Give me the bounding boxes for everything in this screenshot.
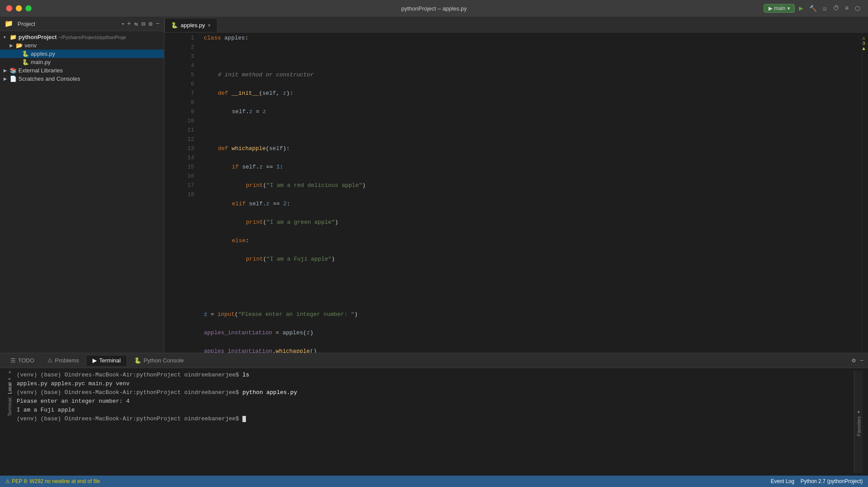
bottom-tabs: ☰ TODO ⚠ Problems ▶ Terminal 🐍 Python Co…: [0, 353, 868, 368]
status-bar: ⚠ PEP 8: W292 no newline at end of file …: [0, 476, 868, 487]
project-folder-icon: 📁: [10, 34, 17, 40]
terminal-icon: ▶: [92, 357, 97, 364]
chevron-right-icon: ▶: [4, 68, 9, 73]
external-libs-icon: 📚: [10, 67, 17, 74]
py-icon: 🐍: [22, 50, 29, 57]
sidebar-item-external-libraries[interactable]: ▶ 📚 External Libraries: [0, 66, 164, 75]
tab-todo[interactable]: ☰ TODO: [4, 355, 40, 365]
py-icon-main: 🐍: [22, 59, 29, 65]
more-button[interactable]: ≡: [843, 4, 850, 13]
settings-icon[interactable]: ⚙: [852, 357, 855, 364]
external-libs-label: External Libraries: [18, 67, 63, 74]
apples-py-label: apples.py: [31, 50, 55, 57]
profile-button[interactable]: ⏱: [831, 4, 841, 13]
coverage-button[interactable]: ☑: [821, 4, 828, 13]
chevron-down-icon: ▾: [4, 35, 9, 39]
chevron-right-icon: ▶: [4, 76, 9, 81]
sidebar-item-venv[interactable]: ▶ 📂 venv: [0, 41, 164, 50]
terminal-add-tab[interactable]: +: [7, 371, 12, 373]
tab-python-console-label: Python Console: [143, 357, 184, 364]
editor-scrollbar[interactable]: ⚠ 3 ▲: [862, 32, 868, 353]
term-line-4: Please enter an integer number: 4: [17, 397, 854, 406]
favorites-panel: ★ Favorites: [854, 371, 863, 473]
sidebar-item-scratches[interactable]: ▶ 📄 Scratches and Consoles: [0, 75, 164, 83]
venv-label: venv: [25, 42, 36, 49]
event-log-label[interactable]: Event Log: [771, 478, 794, 484]
sidebar-toolbar: + ⇆ ⊟ ⚙ −: [127, 20, 160, 28]
folder-icon: 📁: [4, 19, 13, 28]
problems-icon: ⚠: [47, 357, 53, 364]
scratches-label: Scratches and Consoles: [18, 75, 80, 82]
venv-icon: 📂: [16, 42, 23, 49]
run-config-button[interactable]: ▶ main ▾: [764, 4, 795, 13]
python-console-icon: 🐍: [134, 357, 141, 364]
main-py-label: main.py: [31, 59, 51, 65]
status-warning: ⚠ PEP 8: W292 no newline at end of file: [5, 478, 100, 484]
tab-py-icon: 🐍: [171, 22, 178, 29]
sync-icon[interactable]: ⇆: [134, 20, 138, 28]
sidebar: 📁 Project ▾ + ⇆ ⊟ ⚙ − ▾ 📁 pythonProject …: [0, 17, 164, 353]
minimize-terminal-icon[interactable]: −: [860, 357, 864, 364]
project-chevron[interactable]: ▾: [121, 21, 125, 27]
sidebar-item-main-py[interactable]: 🐍 main.py: [0, 58, 164, 66]
tab-problems[interactable]: ⚠ Problems: [41, 355, 85, 365]
sidebar-item-apples-py[interactable]: 🐍 apples.py: [0, 50, 164, 58]
code-editor[interactable]: 12345 678910 1112131415 161718 class app…: [178, 32, 862, 353]
run-config-chevron: ▾: [787, 5, 790, 11]
sidebar-header: 📁 Project ▾ + ⇆ ⊟ ⚙ −: [0, 17, 164, 31]
star-icon[interactable]: ★: [857, 408, 860, 416]
term-line-5: I am a Fuji apple: [17, 406, 854, 415]
tab-close-icon[interactable]: ×: [208, 22, 211, 29]
file-tree: ▾ 📁 pythonProject ~/PycharmProjects/pyth…: [0, 31, 164, 85]
build-button[interactable]: 🔨: [808, 4, 818, 13]
bottom-tab-actions: ⚙ −: [852, 357, 864, 364]
cursor-blink: [242, 416, 246, 422]
settings-icon[interactable]: ⚙: [149, 20, 152, 28]
add-icon[interactable]: +: [127, 20, 131, 28]
warning-icon: ⚠: [5, 478, 10, 484]
code-content[interactable]: class apples: # init method or construct…: [199, 32, 862, 353]
terminal-tab-label[interactable]: Terminal:: [7, 397, 12, 416]
tab-apples-py[interactable]: 🐍 apples.py ×: [164, 18, 217, 32]
window-controls: [6, 5, 32, 11]
terminal-gutter: Terminal: Local × +: [5, 371, 14, 473]
favorites-label[interactable]: Favorites: [854, 416, 863, 436]
scratches-icon: 📄: [10, 75, 17, 82]
sidebar-header-title: Project: [18, 21, 119, 27]
main-area: 📁 Project ▾ + ⇆ ⊟ ⚙ − ▾ 📁 pythonProject …: [0, 17, 868, 353]
tab-terminal-label: Terminal: [99, 357, 121, 364]
tab-python-console[interactable]: 🐍 Python Console: [128, 355, 190, 365]
tab-problems-label: Problems: [55, 357, 79, 364]
bottom-panel: ☰ TODO ⚠ Problems ▶ Terminal 🐍 Python Co…: [0, 353, 868, 476]
todo-icon: ☰: [11, 357, 16, 364]
terminal-content[interactable]: Terminal: Local × + (venv) (base) Oindre…: [0, 368, 868, 476]
tab-todo-label: TODO: [18, 357, 34, 364]
minimize-panel-icon[interactable]: −: [156, 20, 160, 28]
term-line-3: (venv) (base) Oindrees-MacBook-Air:pytho…: [17, 388, 854, 397]
run-button[interactable]: ▶: [797, 3, 805, 14]
term-line-6: (venv) (base) Oindrees-MacBook-Air:pytho…: [17, 415, 854, 423]
warning-indicator: ⚠ 3 ▲: [862, 35, 867, 51]
titlebar: pythonProject – apples.py ▶ main ▾ ▶ 🔨 ☑…: [0, 0, 868, 17]
term-line-1: (venv) (base) Oindrees-MacBook-Air:pytho…: [17, 371, 854, 380]
editor-area: 🐍 apples.py × 12345 678910 1112131415 16…: [164, 17, 868, 353]
maximize-button[interactable]: [25, 5, 32, 11]
run-config-icon: ▶: [768, 5, 772, 11]
python-version[interactable]: Python 2.7 (pythonProject): [800, 478, 863, 484]
collapse-icon[interactable]: ⊟: [142, 20, 145, 28]
sidebar-item-pythonproject[interactable]: ▾ 📁 pythonProject ~/PycharmProjects/pyth…: [0, 33, 164, 41]
tab-terminal[interactable]: ▶ Terminal: [86, 355, 127, 366]
run-config-label: main: [774, 5, 786, 11]
terminal-local-close[interactable]: ×: [7, 376, 12, 381]
editor-tabs: 🐍 apples.py ×: [164, 17, 868, 32]
status-left: ⚠ PEP 8: W292 no newline at end of file: [5, 478, 771, 484]
terminal-lines: (venv) (base) Oindrees-MacBook-Air:pytho…: [17, 371, 854, 473]
vcs-button[interactable]: ⬡: [853, 4, 862, 13]
chevron-right-icon: ▶: [10, 43, 15, 48]
line-numbers: 12345 678910 1112131415 161718: [178, 32, 199, 353]
minimize-button[interactable]: [16, 5, 22, 11]
term-line-2: apples.py apples.pyc main.py venv: [17, 380, 854, 388]
tab-apples-py-label: apples.py: [181, 22, 205, 29]
terminal-local-tab[interactable]: Local: [7, 383, 12, 394]
close-button[interactable]: [6, 5, 12, 11]
